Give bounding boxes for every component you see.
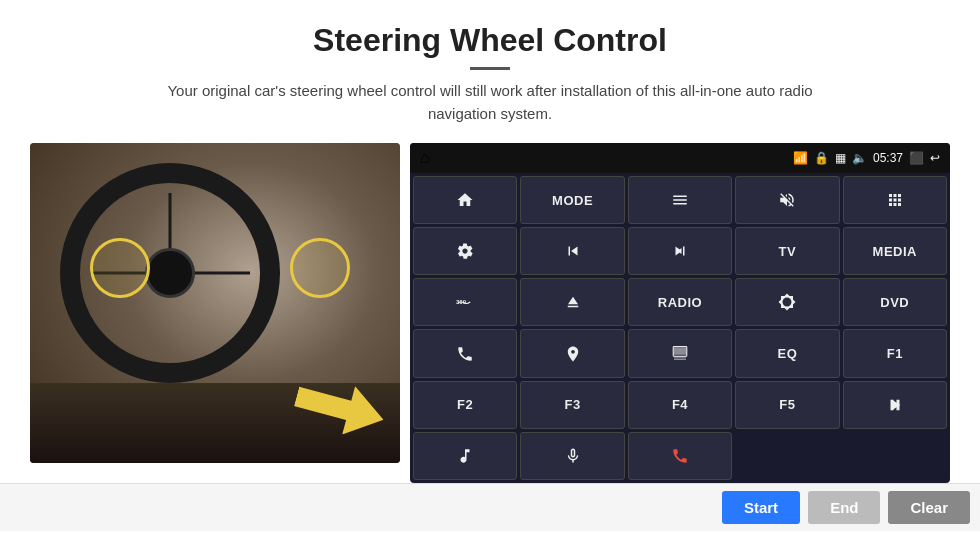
btn-f1[interactable]: F1 (843, 329, 947, 377)
back-icon: ↩ (930, 151, 940, 165)
radio-status-bar: ⌂ 📶 🔒 ▦ 🔈 05:37 ⬛ ↩ (410, 143, 950, 173)
circle-left (90, 238, 150, 298)
clear-button[interactable]: Clear (888, 491, 970, 524)
btn-screen[interactable] (628, 329, 732, 377)
lock-icon: 🔒 (814, 151, 829, 165)
btn-navigation[interactable] (520, 329, 624, 377)
btn-prev[interactable] (520, 227, 624, 275)
btn-home[interactable] (413, 176, 517, 224)
bt-icon: 🔈 (852, 151, 867, 165)
btn-mode[interactable]: MODE (520, 176, 624, 224)
btn-f4[interactable]: F4 (628, 381, 732, 429)
title-divider (470, 67, 510, 70)
circle-right (290, 238, 350, 298)
page-title: Steering Wheel Control (0, 0, 980, 59)
btn-dvd[interactable]: DVD (843, 278, 947, 326)
start-button[interactable]: Start (722, 491, 800, 524)
btn-f2[interactable]: F2 (413, 381, 517, 429)
btn-mic[interactable] (520, 432, 624, 480)
bottom-bar: Start End Clear (0, 483, 980, 531)
btn-media[interactable]: MEDIA (843, 227, 947, 275)
btn-menu[interactable] (628, 176, 732, 224)
car-image (30, 143, 400, 463)
btn-apps[interactable] (843, 176, 947, 224)
btn-360cam[interactable]: 360 (413, 278, 517, 326)
end-button[interactable]: End (808, 491, 880, 524)
btn-tv[interactable]: TV (735, 227, 839, 275)
btn-radio[interactable]: RADIO (628, 278, 732, 326)
home-icon-status: ⌂ (420, 149, 430, 167)
page-subtitle: Your original car's steering wheel contr… (140, 80, 840, 125)
btn-brightness[interactable] (735, 278, 839, 326)
btn-playpause[interactable] (843, 381, 947, 429)
arrow (295, 383, 385, 433)
radio-grid: MODE TV MEDIA 360 (410, 173, 950, 483)
time-display: 05:37 (873, 151, 903, 165)
btn-f5[interactable]: F5 (735, 381, 839, 429)
btn-settings[interactable] (413, 227, 517, 275)
content-area: ⌂ 📶 🔒 ▦ 🔈 05:37 ⬛ ↩ MODE (0, 143, 980, 483)
btn-mute[interactable] (735, 176, 839, 224)
btn-empty1 (735, 432, 839, 480)
btn-next[interactable] (628, 227, 732, 275)
wifi-icon: 📶 (793, 151, 808, 165)
btn-f3[interactable]: F3 (520, 381, 624, 429)
btn-phone[interactable] (413, 329, 517, 377)
btn-empty2 (843, 432, 947, 480)
sim-icon: ▦ (835, 151, 846, 165)
btn-hangup[interactable] (628, 432, 732, 480)
cast-icon: ⬛ (909, 151, 924, 165)
btn-music[interactable] (413, 432, 517, 480)
btn-eq[interactable]: EQ (735, 329, 839, 377)
radio-panel: ⌂ 📶 🔒 ▦ 🔈 05:37 ⬛ ↩ MODE (410, 143, 950, 483)
btn-eject[interactable] (520, 278, 624, 326)
